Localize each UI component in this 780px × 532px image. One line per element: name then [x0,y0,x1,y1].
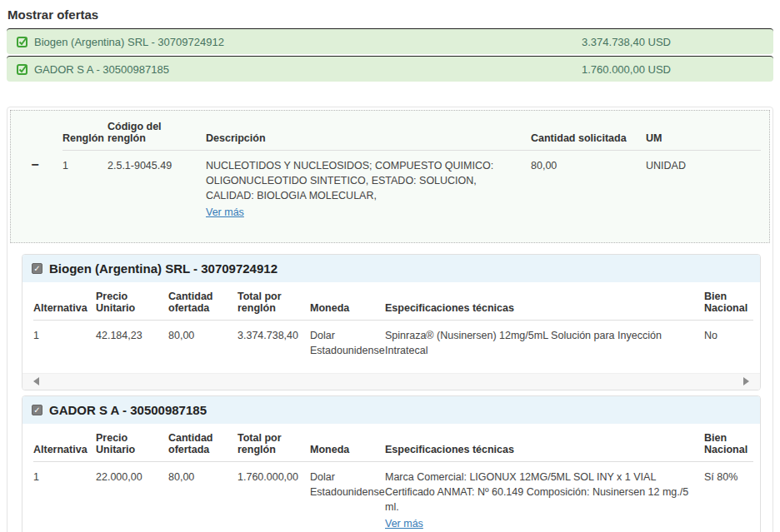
col-header-especificaciones: Especificaciones técnicas [385,429,704,462]
cell-cantidad-solicitada: 80,00 [531,151,646,227]
checked-square-icon [17,63,28,75]
cell-total-por-renglon: 1.760.000,00 [238,461,310,532]
offer-detail-row: 1 22.000,00 80,00 1.760.000,00 Dolar Est… [33,461,753,532]
cell-total-por-renglon: 3.374.738,40 [238,320,310,361]
col-header-alternativa: Alternativa [33,429,96,462]
ver-mas-link[interactable]: Ver más [385,516,423,531]
col-header-moneda: Moneda [310,429,385,462]
col-header-total-por-renglon: Total por renglón [238,429,310,462]
offer-supplier-label: Biogen (Argentina) SRL - 30709724912 [34,36,224,48]
checked-square-icon [17,36,28,47]
col-header-bien-nacional: Bien Nacional [704,287,753,321]
horizontal-scrollbar[interactable] [22,373,760,390]
offer-total-amount: 1.760.000,00 USD [582,63,763,76]
cell-alternativa: 1 [33,320,96,361]
col-header-precio-unitario: Precio Unitario [96,429,168,462]
cell-precio-unitario: 22.000,00 [96,461,168,532]
scroll-right-icon[interactable] [743,377,749,385]
col-header-moneda: Moneda [310,287,385,321]
renglon-row: − 1 2.5.1-9045.49 NUCLEOTIDOS Y NUCLEOSI… [16,151,761,227]
cell-especificaciones: Spinraza® (Nusinersen) 12mg/5mL Solución… [385,320,704,361]
descripcion-text: NUCLEOTIDOS Y NUCLEOSIDOS; COMPUESTO QUI… [206,160,493,201]
section-body: Alternativa Precio Unitario Cantidad ofe… [22,424,760,532]
offer-total-amount: 3.374.738,40 USD [582,36,763,48]
section-header-gador[interactable]: ✓ GADOR S A - 30500987185 [22,396,760,424]
col-header-um: UM [646,117,761,151]
cell-especificaciones: Marca Comercial: LIGONUX 12MG/5ML SOL IN… [385,461,704,532]
cell-renglon: 1 [62,151,108,227]
offer-table-biogen: Alternativa Precio Unitario Cantidad ofe… [33,287,753,361]
section-body: Alternativa Precio Unitario Cantidad ofe… [22,282,760,373]
col-header-bien-nacional: Bien Nacional [704,429,753,462]
collapse-minus-button[interactable]: − [28,159,42,171]
col-header-descripcion: Descripción [206,117,531,151]
offer-table-gador: Alternativa Precio Unitario Cantidad ofe… [33,429,753,532]
col-header-cantidad-ofertada: Cantidad ofertada [168,287,238,321]
section-title: GADOR S A - 30500987185 [49,403,207,417]
checkbox-checked-icon[interactable]: ✓ [32,263,42,274]
col-header-especificaciones: Especificaciones técnicas [385,287,704,321]
col-header-precio-unitario: Precio Unitario [96,287,168,321]
ver-mas-link[interactable]: Ver más [206,205,244,220]
cell-alternativa: 1 [33,461,96,532]
collapse-column-header [16,117,62,151]
cell-moneda: Dolar Estadounidense [310,320,385,361]
col-header-cantidad-solicitada: Cantidad solicitada [531,117,646,151]
cell-cantidad-ofertada: 80,00 [168,320,238,361]
section-title: Biogen (Argentina) SRL - 30709724912 [49,261,278,276]
offer-section-biogen: ✓ Biogen (Argentina) SRL - 30709724912 A… [22,254,761,390]
page-title: Mostrar ofertas [8,7,773,22]
col-header-cantidad-ofertada: Cantidad ofertada [168,429,238,462]
cell-bien-nacional: No [704,320,753,361]
cell-precio-unitario: 42.184,23 [96,320,168,361]
cell-cantidad-ofertada: 80,00 [168,461,238,532]
renglon-table: Renglón Código del renglón Descripción C… [16,117,761,227]
offer-supplier-label: GADOR S A - 30500987185 [34,63,169,76]
cell-moneda: Dolar Estadounidense [310,461,385,532]
col-header-renglon: Renglón [62,117,108,151]
col-header-alternativa: Alternativa [33,287,96,321]
offer-detail-container: Renglón Código del renglón Descripción C… [7,107,773,532]
scroll-left-icon[interactable] [33,377,39,385]
offer-row-biogen[interactable]: Biogen (Argentina) SRL - 30709724912 3.3… [7,28,773,54]
section-header-biogen[interactable]: ✓ Biogen (Argentina) SRL - 30709724912 [22,255,760,282]
renglon-panel: Renglón Código del renglón Descripción C… [10,110,770,243]
col-header-codigo: Código del renglón [108,117,206,151]
cell-descripcion: NUCLEOTIDOS Y NUCLEOSIDOS; COMPUESTO QUI… [206,151,531,227]
offers-accordion: Biogen (Argentina) SRL - 30709724912 3.3… [7,28,773,82]
checkbox-checked-icon[interactable]: ✓ [32,405,42,415]
offer-row-gador[interactable]: GADOR S A - 30500987185 1.760.000,00 USD [7,56,773,82]
cell-bien-nacional: Sí 80% [704,461,753,532]
cell-codigo: 2.5.1-9045.49 [108,151,206,227]
cell-um: UNIDAD [646,151,761,227]
col-header-total-por-renglon: Total por renglón [238,287,310,321]
offer-detail-row: 1 42.184,23 80,00 3.374.738,40 Dolar Est… [33,320,753,361]
especificaciones-text: Marca Comercial: LIGONUX 12MG/5ML SOL IN… [385,471,688,513]
offer-section-gador: ✓ GADOR S A - 30500987185 Alternativa Pr… [22,395,761,532]
offers-page: Mostrar ofertas Biogen (Argentina) SRL -… [0,0,780,532]
